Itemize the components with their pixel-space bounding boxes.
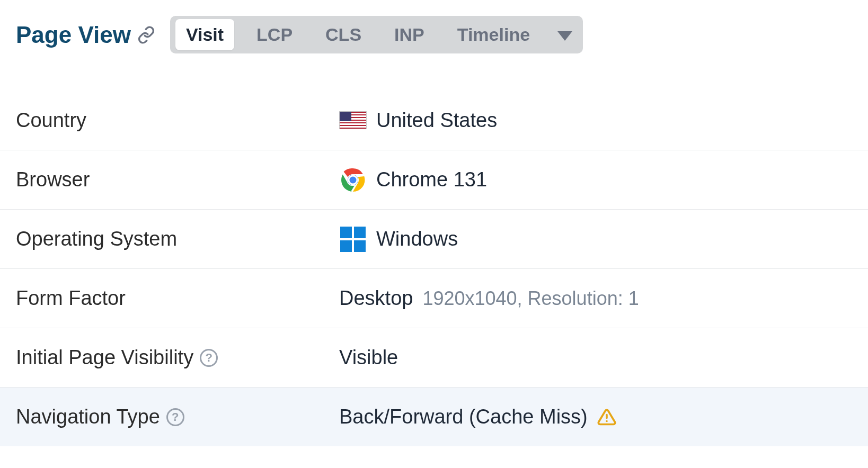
row-browser: Browser Chrome 131 bbox=[0, 150, 868, 209]
windows-icon bbox=[339, 226, 367, 253]
row-visibility: Initial Page Visibility ? Visible bbox=[0, 328, 868, 387]
value-visibility: Visible bbox=[339, 346, 398, 369]
svg-point-2 bbox=[349, 176, 357, 184]
link-icon[interactable] bbox=[137, 26, 155, 44]
label-navigation-type: Navigation Type bbox=[16, 406, 160, 428]
tab-visit[interactable]: Visit bbox=[175, 19, 234, 50]
value-country: United States bbox=[376, 109, 497, 132]
row-country: Country United States bbox=[0, 91, 868, 150]
row-os: Operating System Windows bbox=[0, 209, 868, 268]
value-form-factor-secondary: 1920x1040, Resolution: 1 bbox=[422, 287, 639, 310]
label-visibility: Initial Page Visibility bbox=[16, 346, 193, 369]
value-os: Windows bbox=[376, 228, 458, 250]
value-browser: Chrome 131 bbox=[376, 168, 487, 191]
tab-timeline[interactable]: Timeline bbox=[447, 19, 541, 50]
label-country: Country bbox=[16, 109, 339, 132]
details-table: Country United States Browser bbox=[0, 91, 868, 446]
label-os: Operating System bbox=[16, 228, 339, 250]
label-browser: Browser bbox=[16, 168, 339, 191]
tab-lcp[interactable]: LCP bbox=[246, 19, 303, 50]
page-title: Page View bbox=[16, 22, 131, 48]
row-form-factor: Form Factor Desktop 1920x1040, Resolutio… bbox=[0, 268, 868, 328]
label-form-factor: Form Factor bbox=[16, 287, 339, 310]
chrome-icon bbox=[339, 166, 367, 194]
tab-group: Visit LCP CLS INP Timeline bbox=[170, 16, 583, 53]
flag-us-icon bbox=[339, 106, 367, 134]
value-form-factor: Desktop bbox=[339, 287, 413, 310]
tab-more-dropdown[interactable] bbox=[552, 19, 578, 50]
help-icon[interactable]: ? bbox=[200, 349, 218, 367]
header: Page View Visit LCP CLS INP Timeline bbox=[0, 0, 868, 59]
tab-inp[interactable]: INP bbox=[384, 19, 435, 50]
value-navigation-type: Back/Forward (Cache Miss) bbox=[339, 406, 588, 428]
warning-icon bbox=[597, 408, 616, 427]
chevron-down-icon bbox=[557, 31, 572, 41]
help-icon[interactable]: ? bbox=[166, 408, 184, 426]
row-navigation-type: Navigation Type ? Back/Forward (Cache Mi… bbox=[0, 387, 868, 446]
tab-cls[interactable]: CLS bbox=[315, 19, 372, 50]
